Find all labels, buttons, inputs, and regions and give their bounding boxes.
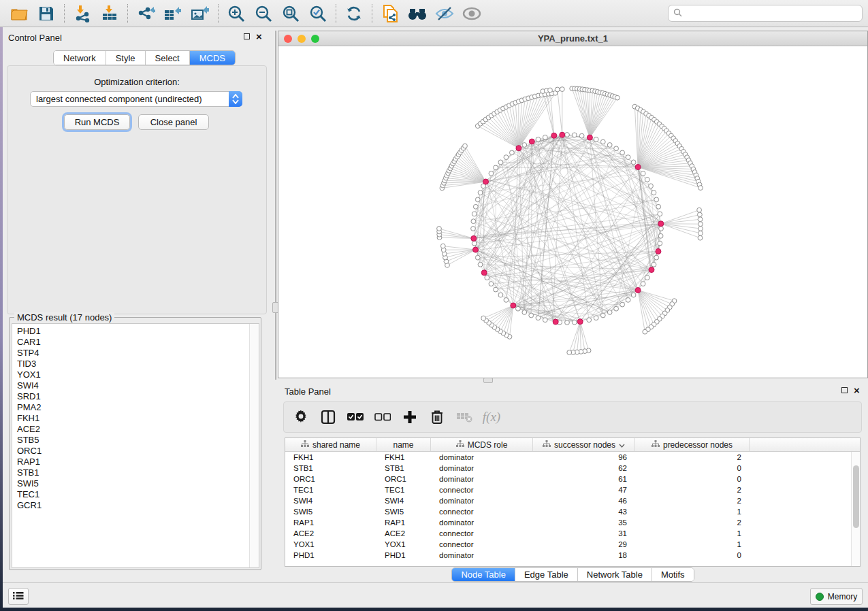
cell-mcds_role[interactable]: connector	[431, 508, 533, 516]
cell-mcds_role[interactable]: connector	[431, 529, 533, 538]
cell-name[interactable]: FKH1	[376, 453, 431, 461]
mcds-result-item[interactable]: STB5	[17, 435, 249, 446]
cell-shared_name[interactable]: FKH1	[285, 453, 376, 461]
close-panel-button[interactable]: Close panel	[138, 114, 209, 130]
table-row[interactable]: SWI4SWI4dominator462	[285, 495, 860, 506]
mcds-result-scrollbar[interactable]	[249, 324, 259, 567]
cell-name[interactable]: STB1	[376, 464, 431, 472]
cell-successor_nodes[interactable]: 43	[533, 508, 635, 516]
tab-network-table[interactable]: Network Table	[578, 568, 652, 581]
table-panel-float-icon[interactable]	[841, 387, 848, 393]
table-row[interactable]: YOX1YOX1connector291	[285, 539, 860, 550]
table-row[interactable]: RAP1RAP1dominator352	[285, 517, 860, 528]
select-all-icon[interactable]	[345, 406, 366, 429]
cell-name[interactable]: ORC1	[376, 475, 431, 483]
table-row[interactable]: ORC1ORC1dominator610	[285, 474, 860, 484]
cell-successor_nodes[interactable]: 18	[533, 551, 635, 559]
mcds-result-item[interactable]: ORC1	[17, 446, 249, 457]
cell-name[interactable]: RAP1	[376, 518, 431, 527]
mcds-result-item[interactable]: PHD1	[17, 326, 249, 337]
cell-mcds_role[interactable]: dominator	[431, 551, 533, 559]
cell-predecessor_nodes[interactable]: 1	[635, 529, 750, 538]
table-row[interactable]: ACE2ACE2connector311	[285, 528, 860, 539]
node-table-scrollbar-thumb[interactable]	[853, 465, 859, 528]
column-header-shared-name[interactable]: shared name	[285, 438, 376, 451]
cell-shared_name[interactable]: TEC1	[285, 486, 376, 494]
mcds-result-list[interactable]: PHD1CAR1STP4TID3YOX1SWI4SRD1PMA2FKH1ACE2…	[12, 323, 259, 568]
mcds-result-item[interactable]: YOX1	[17, 369, 249, 380]
tab-select[interactable]: Select	[146, 51, 190, 65]
cell-mcds_role[interactable]: dominator	[431, 453, 533, 461]
cell-mcds_role[interactable]: connector	[431, 540, 533, 548]
cell-shared_name[interactable]: YOX1	[285, 540, 376, 548]
optimization-criterion-select[interactable]: largest connected component (undirected)	[30, 91, 242, 107]
refresh-icon[interactable]	[340, 3, 368, 24]
mcds-result-item[interactable]: TEC1	[17, 489, 249, 500]
cell-name[interactable]: ACE2	[376, 529, 431, 538]
vertical-splitter[interactable]	[275, 31, 277, 380]
table-row[interactable]: FKH1FKH1dominator962	[285, 452, 860, 463]
column-header-name[interactable]: name	[376, 438, 431, 451]
mcds-result-item[interactable]: SRD1	[17, 391, 249, 402]
mcds-result-item[interactable]: PMA2	[17, 402, 249, 413]
cell-shared_name[interactable]: RAP1	[285, 518, 376, 527]
run-mcds-button[interactable]: Run MCDS	[64, 114, 130, 130]
export-image-icon[interactable]	[187, 3, 214, 24]
cell-predecessor_nodes[interactable]: 1	[635, 540, 750, 548]
cell-mcds_role[interactable]: dominator	[431, 464, 533, 472]
save-session-icon[interactable]	[33, 3, 60, 24]
cell-predecessor_nodes[interactable]: 2	[635, 486, 750, 494]
sort-chevron-icon[interactable]	[619, 440, 625, 450]
cell-predecessor_nodes[interactable]: 2	[635, 497, 750, 505]
cell-predecessor_nodes[interactable]: 1	[635, 508, 750, 516]
cell-shared_name[interactable]: PHD1	[285, 551, 376, 559]
cell-name[interactable]: PHD1	[376, 551, 431, 559]
add-column-icon[interactable]	[400, 406, 420, 429]
control-panel-float-icon[interactable]	[244, 33, 250, 39]
zoom-selected-icon[interactable]	[304, 3, 332, 24]
column-header-MCDS-role[interactable]: MCDS role	[431, 438, 533, 451]
mcds-result-item[interactable]: SWI4	[17, 380, 249, 391]
cell-successor_nodes[interactable]: 46	[533, 497, 635, 505]
cell-name[interactable]: YOX1	[376, 540, 431, 548]
cell-successor_nodes[interactable]: 61	[533, 475, 635, 483]
table-row[interactable]: STB1STB1dominator620	[285, 463, 860, 474]
copy-network-icon[interactable]	[376, 3, 404, 24]
memory-button[interactable]: Memory	[810, 588, 863, 605]
binoculars-icon[interactable]	[404, 3, 431, 24]
delete-column-icon[interactable]	[427, 406, 447, 429]
node-table-scrollbar[interactable]	[851, 452, 860, 566]
tab-network[interactable]: Network	[54, 51, 106, 65]
search-box[interactable]	[668, 5, 863, 22]
show-hide-icon[interactable]	[431, 3, 458, 24]
cell-successor_nodes[interactable]: 35	[533, 518, 635, 527]
mcds-result-item[interactable]: GCR1	[17, 500, 249, 511]
cell-name[interactable]: SWI4	[376, 497, 431, 505]
mcds-result-item[interactable]: ACE2	[17, 424, 249, 435]
column-header-successor-nodes[interactable]: successor nodes	[533, 438, 635, 451]
cell-successor_nodes[interactable]: 62	[533, 464, 635, 472]
mcds-result-item[interactable]: STB1	[17, 467, 249, 478]
cell-shared_name[interactable]: ACE2	[285, 529, 376, 538]
export-network-icon[interactable]	[132, 3, 159, 24]
table-row[interactable]: PHD1PHD1dominator180	[285, 550, 860, 561]
zoom-fit-icon[interactable]	[277, 3, 304, 24]
cell-predecessor_nodes[interactable]: 0	[635, 464, 750, 472]
cell-predecessor_nodes[interactable]: 2	[635, 453, 750, 461]
table-panel-close-icon[interactable]: ×	[854, 387, 860, 393]
table-row[interactable]: TEC1TEC1connector472	[285, 484, 860, 495]
cell-shared_name[interactable]: STB1	[285, 464, 376, 472]
cell-name[interactable]: SWI5	[376, 508, 431, 516]
export-table-icon[interactable]	[159, 3, 187, 24]
tab-style[interactable]: Style	[106, 51, 146, 65]
tab-motifs[interactable]: Motifs	[652, 568, 694, 581]
column-header-predecessor-nodes[interactable]: predecessor nodes	[635, 438, 750, 451]
cell-predecessor_nodes[interactable]: 0	[635, 475, 750, 483]
cell-shared_name[interactable]: ORC1	[285, 475, 376, 483]
cell-name[interactable]: TEC1	[376, 486, 431, 494]
cell-mcds_role[interactable]: dominator	[431, 475, 533, 483]
mcds-result-item[interactable]: STP4	[17, 348, 249, 359]
import-table-icon[interactable]	[96, 3, 123, 24]
column-visibility-icon[interactable]	[318, 406, 338, 429]
cell-mcds_role[interactable]: dominator	[431, 518, 533, 527]
